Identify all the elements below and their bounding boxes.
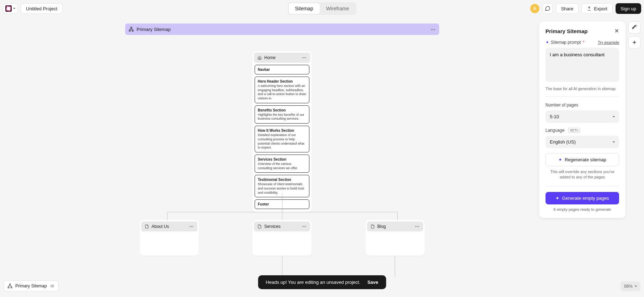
language-select[interactable]: English (US) — [545, 136, 619, 148]
svg-rect-0 — [131, 27, 132, 28]
section-services[interactable]: Services SectionOverview of the various … — [255, 155, 309, 173]
plus-icon — [632, 40, 637, 45]
regenerate-label: Regenerate sitemap — [565, 157, 606, 162]
panel-title: Primary Sitemap — [545, 28, 587, 34]
section-title: Services Section — [258, 157, 306, 162]
user-avatar[interactable]: A — [530, 4, 539, 13]
page-icon — [371, 224, 375, 229]
sitemap-settings-panel: Primary Sitemap ✕ ✦ Sitemap prompt * Try… — [539, 21, 626, 218]
sitemap-root-title: Primary Sitemap — [137, 27, 171, 32]
app-menu-button[interactable] — [3, 3, 18, 14]
chevron-down-icon — [13, 8, 15, 9]
tab-sitemap[interactable]: Sitemap — [289, 3, 320, 14]
sparkle-icon: ✦ — [558, 157, 562, 162]
page-card-services[interactable]: Services ⋯ — [252, 220, 312, 256]
page-more-home[interactable]: ⋯ — [302, 55, 307, 60]
section-hero[interactable]: Hero Header SectionA welcoming hero sect… — [255, 77, 309, 103]
page-head-blog[interactable]: Blog ⋯ — [367, 222, 423, 231]
section-title: Hero Header Section — [258, 79, 306, 84]
chevron-down-icon — [613, 116, 615, 118]
num-pages-label: Number of pages — [545, 103, 578, 108]
connector — [282, 256, 282, 277]
zoom-indicator[interactable]: 86% — [621, 281, 640, 291]
chevron-down-icon — [635, 286, 637, 287]
try-example-link[interactable]: Try example — [598, 40, 619, 45]
section-title: How It Works Section — [258, 128, 306, 133]
prompt-label: Sitemap prompt — [551, 40, 581, 45]
close-panel-button[interactable]: ✕ — [614, 28, 619, 34]
required-marker: * — [583, 40, 585, 45]
page-title-home: Home — [264, 55, 276, 60]
connector — [167, 212, 398, 212]
upload-icon — [587, 6, 592, 11]
generate-label: Generate empty pages — [562, 196, 609, 201]
section-benefits[interactable]: Benefits SectionHighlights the key benef… — [255, 105, 309, 124]
ai-panel-toggle[interactable] — [628, 21, 640, 33]
page-card-blog[interactable]: Blog ⋯ — [366, 220, 425, 256]
comments-button[interactable] — [542, 3, 553, 14]
section-desc: Detailed explanation of our consulting p… — [258, 133, 306, 150]
page-head-services[interactable]: Services ⋯ — [254, 222, 310, 231]
page-card-about[interactable]: About Us ⋯ — [140, 220, 199, 256]
section-desc: A welcoming hero section with an engagin… — [258, 84, 306, 101]
export-label: Export — [594, 6, 607, 11]
sparkle-icon: ✦ — [555, 196, 559, 201]
export-button[interactable]: Export — [581, 3, 613, 14]
page-card-home[interactable]: Home ⋯ Navbar Hero Header SectionA welco… — [252, 51, 312, 213]
project-name-button[interactable]: Untitled Project — [21, 3, 63, 14]
sitemap-root-bar[interactable]: Primary Sitemap ⋯ — [125, 24, 439, 35]
svg-rect-3 — [9, 284, 11, 285]
sitemap-picker-label: Primary Sitemap — [15, 283, 47, 288]
page-title-about: About Us — [151, 224, 169, 229]
zoom-value: 86% — [624, 284, 633, 289]
prompt-help-text: The base for all AI generation in sitema… — [545, 87, 619, 91]
sitemap-icon — [129, 27, 134, 32]
page-icon — [145, 224, 149, 229]
menu-icon — [50, 283, 55, 288]
svg-rect-4 — [8, 287, 9, 288]
comment-icon — [545, 6, 550, 11]
app-logo-icon — [5, 5, 12, 12]
share-button[interactable]: Share — [556, 3, 579, 14]
page-head-about[interactable]: About Us ⋯ — [141, 222, 197, 231]
generate-pages-button[interactable]: ✦ Generate empty pages — [545, 192, 619, 204]
toast-message: Heads up! You are editing an unsaved pro… — [266, 280, 360, 285]
page-more-about[interactable]: ⋯ — [189, 224, 194, 229]
page-more-services[interactable]: ⋯ — [302, 224, 307, 229]
beta-badge: BETA — [568, 128, 580, 133]
chevron-down-icon — [613, 141, 615, 143]
page-title-services: Services — [264, 224, 281, 229]
connector — [167, 212, 167, 221]
home-icon — [257, 56, 262, 60]
section-desc: Overview of the various consulting servi… — [258, 162, 306, 170]
add-button[interactable] — [628, 36, 640, 48]
section-title: Navbar — [258, 67, 306, 72]
sparkle-icon: ✦ — [545, 40, 549, 45]
connector — [395, 256, 395, 277]
sitemap-picker-button[interactable]: Primary Sitemap — [4, 281, 59, 291]
signup-button[interactable]: Sign up — [616, 3, 641, 14]
connector — [282, 212, 282, 221]
connector — [397, 212, 398, 221]
regenerate-button[interactable]: ✦ Regenerate sitemap — [545, 153, 619, 166]
view-tabs: Sitemap Wireframe — [288, 2, 357, 15]
svg-rect-5 — [11, 287, 12, 288]
regenerate-caption: This will override any sections you've a… — [545, 169, 619, 180]
language-label: Language — [545, 128, 564, 133]
tab-wireframe[interactable]: Wireframe — [320, 3, 356, 14]
sitemap-icon — [7, 283, 12, 288]
language-value: English (US) — [550, 139, 576, 145]
page-head-home[interactable]: Home ⋯ — [254, 53, 310, 63]
svg-rect-2 — [132, 30, 133, 31]
page-title-blog: Blog — [377, 224, 386, 229]
toast-save-button[interactable]: Save — [367, 280, 378, 285]
section-desc: Highlights the key benefits of our busin… — [258, 113, 306, 121]
svg-rect-1 — [129, 30, 131, 31]
section-how-it-works[interactable]: How It Works SectionDetailed explanation… — [255, 126, 309, 152]
sitemap-prompt-input[interactable] — [545, 48, 619, 82]
sitemap-more-button[interactable]: ⋯ — [431, 27, 436, 32]
section-navbar[interactable]: Navbar — [255, 65, 309, 74]
page-more-blog[interactable]: ⋯ — [415, 224, 420, 229]
num-pages-select[interactable]: 5-10 — [545, 110, 619, 123]
generate-ready-text: 6 empty pages ready to generate — [545, 207, 619, 212]
